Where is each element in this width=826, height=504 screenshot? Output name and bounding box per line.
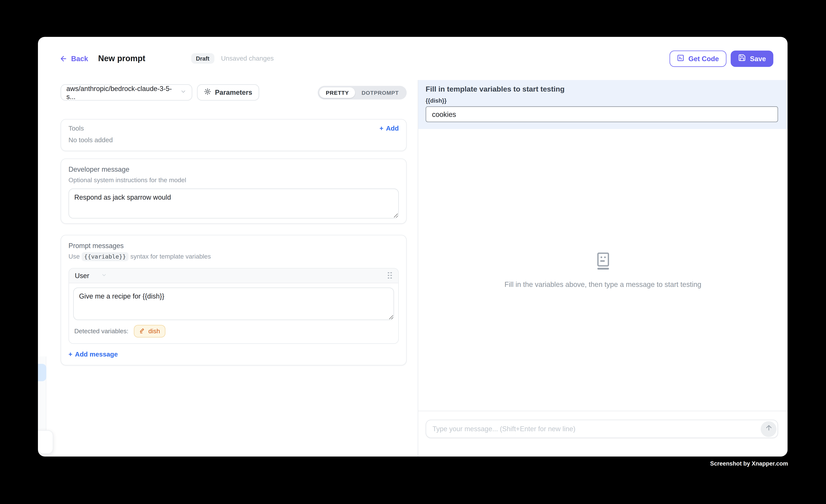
subtitle-prefix: Use [68, 253, 80, 260]
toggle-dotprompt[interactable]: DOTPROMPT [355, 87, 405, 98]
prompt-messages-title: Prompt messages [68, 242, 399, 250]
unsaved-changes-text: Unsaved changes [221, 55, 274, 62]
add-tool-button[interactable]: + Add [379, 125, 399, 132]
header: Back New prompt Draft Unsaved changes Ge… [38, 37, 787, 80]
robot-face-icon [594, 251, 612, 281]
template-variables-panel: Fill in template variables to start test… [418, 80, 787, 129]
prompt-messages-card: Prompt messages Use {{variable}} syntax … [61, 235, 407, 366]
developer-message-subtitle: Optional system instructions for the mod… [68, 176, 399, 184]
message-input[interactable] [426, 420, 778, 438]
save-button[interactable]: Save [730, 50, 773, 67]
drag-handle-icon[interactable] [388, 272, 392, 279]
detected-variables-row: Detected variables: dish [69, 320, 398, 343]
back-label: Back [71, 54, 88, 62]
get-code-label: Get Code [689, 54, 719, 62]
composer [418, 411, 787, 456]
watermark-text: Screenshot by Xnapper.com [710, 460, 788, 467]
plus-icon: + [379, 125, 384, 132]
toggle-pretty[interactable]: PRETTY [319, 87, 355, 98]
parameters-button[interactable]: Parameters [197, 84, 259, 101]
chevron-down-icon [180, 88, 187, 96]
prompt-messages-subtitle: Use {{variable}} syntax for template var… [68, 253, 399, 260]
tools-header: Tools + Add [68, 125, 399, 132]
prompt-editor-panel: aws/anthropic/bedrock-claude-3-5-s... Pa… [38, 80, 418, 456]
clipped-popover-card [38, 430, 53, 454]
dish-variable-label: {{dish}} [426, 98, 778, 104]
developer-message-title: Developer message [68, 165, 399, 173]
add-tool-label: Add [386, 125, 399, 132]
developer-message-card: Developer message Optional system instru… [61, 159, 407, 224]
test-panel: Fill in template variables to start test… [418, 80, 787, 456]
get-code-button[interactable]: Get Code [669, 50, 726, 67]
message-textarea[interactable]: Give me a recipe for {{dish}} [73, 288, 394, 320]
view-mode-toggle: PRETTY DOTPROMPT [318, 85, 407, 99]
arrow-up-icon [765, 424, 772, 434]
message-header: User [69, 268, 398, 284]
tools-card: Tools + Add No tools added [61, 119, 407, 151]
developer-message-textarea[interactable]: Respond as jack sparrow would [68, 189, 399, 218]
model-row: aws/anthropic/bedrock-claude-3-5-s... Pa… [61, 84, 407, 101]
gear-icon [204, 88, 211, 97]
variable-syntax-chip: {{variable}} [81, 252, 129, 261]
plus-icon: + [68, 351, 72, 358]
subtitle-suffix: syntax for template variables [130, 253, 211, 260]
variable-badge-dish[interactable]: dish [134, 325, 165, 337]
tools-empty-text: No tools added [68, 136, 399, 144]
save-icon [738, 54, 746, 63]
variable-badge-label: dish [149, 327, 160, 335]
detected-variables-label: Detected variables: [74, 327, 128, 335]
app-window: Back New prompt Draft Unsaved changes Ge… [38, 37, 787, 456]
back-button[interactable]: Back [60, 54, 88, 62]
model-select[interactable]: aws/anthropic/bedrock-claude-3-5-s... [61, 84, 192, 101]
message-block: User Give me a recipe for {{dish}} [68, 268, 399, 344]
tools-title: Tools [68, 125, 84, 132]
save-label: Save [750, 54, 766, 62]
empty-state-text: Fill in the variables above, then type a… [505, 281, 701, 289]
model-select-value: aws/anthropic/bedrock-claude-3-5-s... [66, 84, 180, 100]
chat-empty-state: Fill in the variables above, then type a… [418, 129, 787, 411]
parameters-label: Parameters [215, 88, 252, 96]
role-select-value: User [75, 272, 89, 279]
add-message-button[interactable]: + Add message [68, 351, 399, 358]
screenshot-stage: Back New prompt Draft Unsaved changes Ge… [0, 0, 826, 504]
dish-variable-input[interactable] [426, 106, 778, 122]
terminal-icon [677, 54, 684, 63]
status-badge: Draft [191, 53, 214, 64]
send-button[interactable] [761, 421, 776, 437]
chevron-down-icon [101, 272, 107, 279]
add-message-label: Add message [75, 351, 118, 358]
clipped-popover-highlight [38, 364, 46, 381]
composer-box [426, 420, 778, 438]
pencil-icon [139, 327, 145, 335]
fill-variables-title: Fill in template variables to start test… [426, 85, 778, 93]
page-title: New prompt [98, 54, 145, 63]
role-select[interactable]: User [75, 272, 107, 279]
arrow-left-icon [60, 54, 67, 62]
message-body: Give me a recipe for {{dish}} [69, 284, 398, 320]
